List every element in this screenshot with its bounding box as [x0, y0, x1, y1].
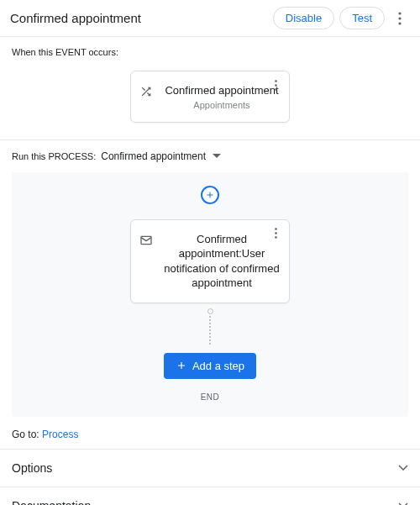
- shuffle-icon: [139, 85, 155, 98]
- process-canvas: Confirmed appointment:User notification …: [12, 172, 408, 417]
- svg-point-2: [398, 22, 401, 24]
- event-section-label: When this EVENT occurs:: [0, 37, 420, 62]
- header-actions: Disable Test: [273, 7, 410, 29]
- options-label: Options: [12, 461, 52, 475]
- event-card-title: Confirmed appointment: [163, 83, 281, 98]
- connector: [207, 308, 213, 345]
- svg-point-6: [275, 228, 277, 230]
- more-menu-icon[interactable]: [390, 8, 410, 29]
- goto-row: Go to: Process: [0, 417, 420, 449]
- process-label: Run this PROCESS:: [12, 151, 96, 161]
- svg-point-0: [398, 12, 401, 14]
- connector-dot-icon: [207, 308, 213, 314]
- chevron-down-icon: [398, 465, 408, 471]
- test-button[interactable]: Test: [339, 7, 385, 29]
- end-label: END: [201, 392, 220, 402]
- event-card-subtitle: Appointments: [163, 100, 281, 110]
- chevron-down-icon: [213, 154, 221, 159]
- goto-prefix: Go to:: [12, 429, 42, 440]
- svg-point-3: [275, 80, 277, 82]
- svg-point-5: [275, 88, 277, 91]
- card-more-icon[interactable]: [267, 76, 284, 93]
- mail-icon: [139, 234, 155, 247]
- documentation-label: Documentation: [12, 499, 91, 505]
- process-row: Run this PROCESS: Confirmed appointment: [0, 140, 420, 172]
- options-accordion[interactable]: Options: [0, 449, 420, 487]
- process-dropdown[interactable]: Confirmed appointment: [101, 150, 221, 162]
- svg-point-8: [275, 236, 277, 239]
- event-area: Confirmed appointment Appointments: [0, 62, 420, 139]
- svg-point-7: [275, 232, 277, 234]
- add-node-button[interactable]: [201, 186, 219, 204]
- card-more-icon[interactable]: [267, 225, 284, 242]
- svg-point-1: [398, 17, 401, 19]
- disable-button[interactable]: Disable: [273, 7, 334, 29]
- header-bar: Confirmed appointment Disable Test: [0, 0, 420, 37]
- add-step-label: Add a step: [192, 360, 244, 372]
- connector-line: [209, 316, 211, 345]
- page-title: Confirmed appointment: [10, 11, 141, 25]
- documentation-accordion[interactable]: Documentation: [0, 487, 420, 505]
- goto-process-link[interactable]: Process: [42, 429, 78, 440]
- svg-point-4: [275, 84, 277, 87]
- step-card-title: Confirmed appointment:User notification …: [163, 232, 281, 291]
- add-step-button[interactable]: Add a step: [164, 353, 256, 379]
- event-card[interactable]: Confirmed appointment Appointments: [130, 71, 290, 123]
- process-selected: Confirmed appointment: [101, 150, 206, 162]
- step-card[interactable]: Confirmed appointment:User notification …: [130, 219, 290, 303]
